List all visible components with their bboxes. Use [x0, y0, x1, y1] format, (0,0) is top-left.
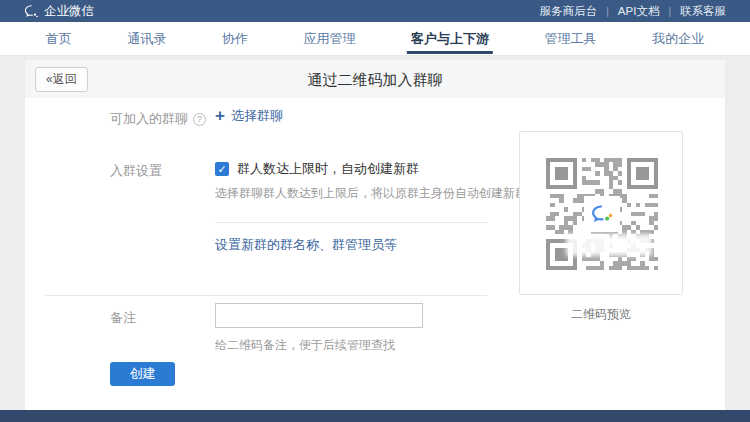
divider: | — [606, 6, 609, 17]
footer-strip — [0, 410, 750, 422]
joinable-group-label: 可加入的群聊 ? — [110, 110, 206, 128]
remark-helper: 给二维码备注，便于后续管理查找 — [215, 337, 395, 354]
brand[interactable]: 企业微信 — [24, 3, 94, 20]
content-card: «返回 通过二维码加入群聊 可加入的群聊 ? + 选择群聊 入群设置 ✓ 群人数… — [25, 60, 725, 422]
remark-input[interactable] — [215, 303, 423, 328]
qr-preview-card — [519, 131, 683, 295]
joinable-group-label-text: 可加入的群聊 — [110, 110, 188, 128]
auto-create-group-option[interactable]: ✓ 群人数达上限时，自动创建新群 — [215, 160, 419, 178]
remark-label-text: 备注 — [110, 309, 136, 327]
nav-app-management[interactable]: 应用管理 — [297, 22, 361, 56]
card-header: «返回 通过二维码加入群聊 — [25, 60, 725, 98]
nav-home[interactable]: 首页 — [40, 22, 78, 56]
set-new-group-settings-link[interactable]: 设置新群的群名称、群管理员等 — [215, 236, 397, 254]
service-provider-link[interactable]: 服务商后台 — [540, 4, 598, 19]
wework-logo-icon — [24, 4, 39, 19]
info-icon[interactable]: ? — [193, 113, 206, 126]
create-button[interactable]: 创建 — [110, 362, 175, 386]
nav-my-company[interactable]: 我的企业 — [646, 22, 710, 56]
brand-name: 企业微信 — [44, 3, 94, 20]
qr-code — [546, 158, 658, 270]
auto-create-group-option-label: 群人数达上限时，自动创建新群 — [237, 160, 419, 178]
back-button[interactable]: «返回 — [35, 67, 88, 92]
remark-label: 备注 — [110, 309, 136, 327]
select-group-label: 选择群聊 — [231, 107, 283, 125]
nav-contacts[interactable]: 通讯录 — [121, 22, 172, 56]
divider — [45, 295, 487, 296]
api-docs-link[interactable]: API文档 — [618, 4, 660, 19]
nav-collaboration[interactable]: 协作 — [216, 22, 254, 56]
select-group-button[interactable]: + 选择群聊 — [215, 107, 283, 125]
contact-support-link[interactable]: 联系客服 — [680, 4, 726, 19]
topbar-links: 服务商后台 | API文档 | 联系客服 — [540, 4, 726, 19]
qr-preview-caption: 二维码预览 — [519, 306, 683, 323]
checkbox-checked-icon[interactable]: ✓ — [215, 162, 229, 176]
divider: | — [668, 6, 671, 17]
main-nav: 首页 通讯录 协作 应用管理 客户与上下游 管理工具 我的企业 — [0, 22, 750, 56]
plus-icon: + — [215, 108, 225, 124]
join-settings-label-text: 入群设置 — [110, 162, 162, 180]
join-settings-label: 入群设置 — [110, 162, 162, 180]
page-title: 通过二维码加入群聊 — [25, 71, 725, 90]
nav-admin-tools[interactable]: 管理工具 — [539, 22, 603, 56]
nav-customers-upstream-downstream[interactable]: 客户与上下游 — [405, 22, 495, 56]
divider — [215, 222, 487, 223]
topbar: 企业微信 服务商后台 | API文档 | 联系客服 — [0, 0, 750, 22]
auto-create-group-helper: 选择群聊群人数达到上限后，将以原群主身份自动创建新群 — [215, 185, 527, 202]
